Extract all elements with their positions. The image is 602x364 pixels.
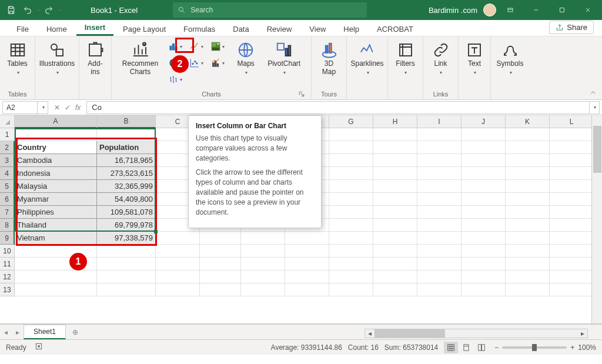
cell[interactable] [417, 141, 461, 154]
combo-chart-button[interactable]: ▾ [208, 55, 228, 71]
cell[interactable] [506, 232, 550, 245]
cell[interactable] [417, 271, 461, 283]
cell[interactable] [417, 206, 461, 219]
tables-button[interactable]: Tables▾ [3, 39, 32, 79]
column-header[interactable]: I [417, 115, 461, 128]
row-header[interactable]: 13 [0, 283, 15, 296]
cell[interactable] [461, 141, 506, 154]
cell[interactable] [461, 154, 506, 167]
tab-data[interactable]: Data [225, 21, 257, 36]
cell[interactable] [373, 167, 417, 180]
row-header[interactable]: 9 [0, 232, 15, 245]
stock-chart-button[interactable]: ▾ [165, 72, 185, 87]
redo-icon[interactable] [41, 2, 56, 18]
cell[interactable] [241, 271, 285, 283]
tab-review[interactable]: Review [259, 21, 300, 36]
formula-input[interactable]: Co [86, 101, 589, 114]
row-header[interactable]: 10 [0, 245, 15, 258]
collapse-ribbon-icon[interactable] [589, 89, 597, 97]
cell[interactable] [417, 180, 461, 193]
undo-icon[interactable] [20, 2, 35, 18]
cell[interactable] [373, 283, 417, 296]
cell[interactable] [417, 245, 461, 258]
cell[interactable] [461, 128, 506, 141]
cancel-formula-icon[interactable]: ✕ [54, 103, 60, 112]
tab-insert[interactable]: Insert [76, 19, 113, 36]
column-header[interactable]: K [506, 115, 550, 128]
name-box-dropdown[interactable]: ▾ [38, 101, 48, 114]
cell[interactable] [461, 283, 506, 296]
tab-file[interactable]: File [8, 21, 37, 36]
formula-bar-expand[interactable]: ▾ [589, 101, 600, 114]
maps-button[interactable]: Maps▾ [231, 39, 260, 79]
zoom-out-button[interactable]: − [494, 343, 499, 352]
cell[interactable] [506, 258, 550, 271]
share-button[interactable]: Share [549, 21, 594, 34]
tab-acrobat[interactable]: ACROBAT [369, 21, 422, 36]
cell[interactable] [550, 245, 594, 258]
cell[interactable] [506, 283, 550, 296]
cell[interactable] [550, 219, 594, 232]
name-box[interactable]: A2 [2, 101, 38, 114]
column-header[interactable]: A [15, 115, 97, 128]
sparklines-button[interactable]: Sparklines▾ [347, 39, 387, 79]
cell[interactable] [329, 180, 373, 193]
cell[interactable] [241, 232, 285, 245]
column-header[interactable]: H [373, 115, 417, 128]
cell[interactable] [97, 245, 156, 258]
row-header[interactable]: 11 [0, 258, 15, 271]
cell[interactable] [200, 245, 241, 258]
fx-icon[interactable]: fx [75, 103, 81, 112]
horizontal-scrollbar[interactable]: ◂▸ [364, 329, 588, 338]
enter-formula-icon[interactable]: ✓ [65, 103, 71, 112]
cell[interactable] [461, 206, 506, 219]
cell[interactable] [329, 245, 373, 258]
treemap-chart-button[interactable]: ▾ [208, 39, 228, 54]
cell[interactable] [550, 180, 594, 193]
undo-dropdown[interactable]: ▾ [38, 8, 40, 13]
maximize-icon[interactable] [550, 0, 574, 20]
cell[interactable] [506, 128, 550, 141]
cell[interactable] [417, 154, 461, 167]
cell[interactable] [461, 167, 506, 180]
cell[interactable] [373, 258, 417, 271]
ribbon-options-icon[interactable] [499, 0, 522, 20]
minimize-icon[interactable] [524, 0, 548, 20]
cell[interactable] [461, 258, 506, 271]
save-icon[interactable] [4, 2, 19, 18]
text-button[interactable]: Text▾ [460, 39, 489, 79]
cell[interactable] [15, 271, 97, 283]
cell[interactable] [329, 128, 373, 141]
cell[interactable] [156, 232, 200, 245]
cell[interactable] [329, 167, 373, 180]
row-header[interactable]: 5 [0, 180, 15, 193]
column-header[interactable]: G [329, 115, 373, 128]
cell[interactable] [461, 193, 506, 206]
cell[interactable] [417, 219, 461, 232]
cell[interactable] [550, 193, 594, 206]
cell[interactable] [200, 258, 241, 271]
macro-recorder-icon[interactable] [35, 342, 43, 352]
cell[interactable] [373, 154, 417, 167]
cell[interactable] [550, 283, 594, 296]
cell[interactable] [373, 232, 417, 245]
row-header[interactable]: 2 [0, 141, 15, 154]
cell[interactable] [550, 128, 594, 141]
3d-map-button[interactable]: 3D Map [315, 39, 344, 79]
row-header[interactable]: 7 [0, 206, 15, 219]
cell[interactable] [461, 180, 506, 193]
cell[interactable] [506, 245, 550, 258]
cell[interactable] [285, 245, 329, 258]
cell[interactable] [550, 206, 594, 219]
cell[interactable] [373, 180, 417, 193]
zoom-slider[interactable] [502, 346, 567, 349]
filters-button[interactable]: Filters▾ [391, 39, 420, 79]
qat-customize[interactable]: ▾ [59, 8, 61, 13]
fill-handle[interactable] [154, 230, 158, 233]
cell[interactable] [241, 245, 285, 258]
search-box[interactable]: Search [173, 2, 367, 18]
cell[interactable] [550, 232, 594, 245]
charts-launcher-icon[interactable] [298, 91, 305, 98]
illustrations-button[interactable]: Illustrations▾ [36, 39, 79, 79]
cell[interactable] [417, 128, 461, 141]
